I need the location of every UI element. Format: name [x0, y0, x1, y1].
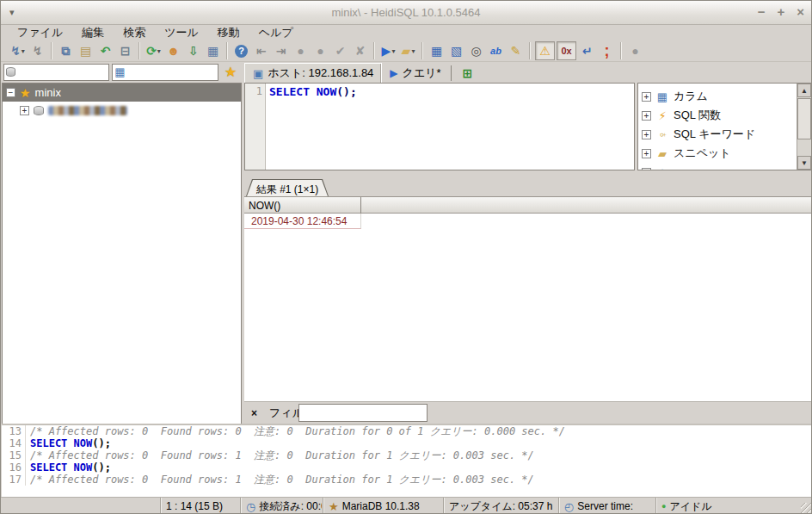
tree-item-session-minix[interactable]: − ★ minix: [3, 84, 241, 102]
word-wrap-icon[interactable]: ↵: [577, 41, 597, 60]
toolbar-separator: [529, 42, 531, 59]
session-manager-icon[interactable]: ↯▾: [8, 41, 28, 60]
jump-first-icon[interactable]: ⇤: [251, 41, 271, 60]
sql-code-line[interactable]: SELECT NOW();: [266, 84, 357, 170]
tree-item-database[interactable]: +: [3, 102, 241, 120]
reformat-sql-icon[interactable]: ✎: [506, 41, 526, 60]
helper-scrollbar[interactable]: ▲ ▼: [797, 84, 811, 170]
filter-close-icon[interactable]: ×: [251, 407, 257, 419]
query-helper-panel: + ▦ カラム + ⚡ SQL 関数 + ♀ SQL キーワード: [637, 83, 812, 170]
menu-help[interactable]: ヘルプ: [249, 24, 303, 41]
status-server-version: ★ MariaDB 10.1.38: [323, 498, 442, 514]
delimiter-icon[interactable]: ;: [597, 41, 617, 60]
maximize-button[interactable]: +: [777, 4, 784, 19]
table-filter-input[interactable]: [128, 65, 218, 79]
dropdown-arrow-icon[interactable]: ▾: [411, 47, 415, 55]
sql-log-panel[interactable]: 13 /* Affected rows: 0 Found rows: 0 注意:…: [2, 424, 812, 497]
clock-icon: ◷: [246, 500, 255, 513]
save-sql-icon[interactable]: ▦: [427, 41, 446, 60]
snippets-folder-icon: ▰: [655, 147, 669, 160]
status-connected-time: ◷ 接続済み: 00:0: [240, 498, 322, 514]
sql-editor[interactable]: 1 SELECT NOW();: [244, 83, 635, 170]
blob-warning-toggle-icon[interactable]: ⚠: [535, 41, 555, 60]
stop-record-icon[interactable]: ●: [291, 41, 311, 60]
window-title: minix\ - HeidiSQL 10.1.0.5464: [1, 6, 811, 19]
print-icon[interactable]: ⊟: [115, 41, 135, 60]
open-sql-file-icon[interactable]: ▰▾: [398, 41, 418, 60]
jump-last-icon[interactable]: ⇥: [271, 41, 291, 60]
copy-icon[interactable]: ⧉: [56, 41, 76, 60]
status-server-time: ◴ Server time:: [558, 498, 655, 514]
menu-file[interactable]: ファイル: [8, 24, 72, 41]
helper-item-sql-functions[interactable]: + ⚡ SQL 関数: [638, 106, 797, 125]
undo-icon[interactable]: ↶: [95, 41, 115, 60]
apply-icon[interactable]: ✔: [330, 41, 350, 60]
discard-icon[interactable]: ✘: [350, 41, 370, 60]
result-tab[interactable]: 結果 #1 (1×1): [246, 179, 329, 196]
columns-icon: ▦: [655, 90, 669, 103]
helper-item-snippets[interactable]: + ▰ スニペット: [638, 144, 797, 163]
scroll-down-icon[interactable]: ▼: [797, 156, 811, 170]
save-sql-as-icon[interactable]: ▧: [446, 41, 466, 60]
sql-functions-icon: ⚡: [655, 109, 669, 122]
favorites-star-icon[interactable]: ★: [221, 64, 240, 80]
result-cell-datetime[interactable]: 2019-04-30 12:46:54: [244, 214, 361, 229]
collapse-icon[interactable]: −: [6, 88, 15, 97]
toolbar-separator: [226, 42, 228, 59]
help-icon[interactable]: ?: [231, 41, 251, 60]
menu-search[interactable]: 検索: [114, 24, 155, 41]
result-grid-row[interactable]: 2019-04-30 12:46:54: [244, 214, 812, 229]
dropdown-arrow-icon[interactable]: ▾: [391, 47, 395, 55]
user-manager-icon[interactable]: ☻: [163, 41, 183, 60]
minimize-button[interactable]: −: [758, 4, 766, 19]
helper-item-query-history[interactable]: + ◷: [638, 163, 797, 170]
helper-item-columns[interactable]: + ▦ カラム: [638, 87, 797, 106]
expand-icon[interactable]: +: [642, 111, 651, 121]
tab-host[interactable]: ▣ ホスト: 192.168.1.84: [244, 63, 382, 83]
new-query-tab-button[interactable]: ⊞: [455, 63, 481, 83]
refresh-icon[interactable]: ⟳▾: [144, 41, 163, 60]
mariadb-seal-icon: ★: [329, 500, 339, 513]
helper-item-sql-keywords[interactable]: + ♀ SQL キーワード: [638, 125, 797, 144]
export-database-icon[interactable]: ⇩: [183, 41, 203, 60]
disconnect-icon[interactable]: ↯: [28, 41, 47, 60]
column-header-now[interactable]: NOW(): [244, 197, 361, 214]
dropdown-arrow-icon[interactable]: ▾: [157, 47, 161, 55]
run-sql-icon[interactable]: ▶▾: [378, 41, 398, 60]
main-panel: ▣ ホスト: 192.168.1.84 ▶ クエリ* ⊞ 1 SELECT NO…: [244, 62, 812, 424]
session-star-icon: ★: [20, 86, 31, 100]
expand-icon[interactable]: +: [642, 168, 651, 170]
toolbar-separator: [373, 42, 375, 59]
close-button[interactable]: ×: [797, 4, 804, 19]
stop-query-icon[interactable]: ●: [625, 41, 645, 60]
hex-view-toggle-icon[interactable]: 0x: [557, 41, 576, 60]
scrollbar-thumb[interactable]: [797, 98, 811, 139]
replace-text-icon[interactable]: ab: [486, 41, 506, 60]
status-uptime: アップタイム: 05:37 h: [443, 498, 557, 514]
editor-result-splitter[interactable]: [244, 170, 812, 179]
database-icon: [34, 106, 44, 115]
scroll-up-icon[interactable]: ▲: [797, 84, 811, 97]
toolbar-separator: [138, 42, 140, 59]
resize-grip[interactable]: [801, 503, 812, 514]
query-play-icon: ▶: [390, 67, 397, 79]
expand-icon[interactable]: +: [642, 149, 651, 158]
expand-icon[interactable]: +: [20, 106, 29, 115]
record-icon[interactable]: ●: [311, 41, 330, 60]
history-clock-icon: ◷: [655, 166, 669, 170]
save-blob-icon[interactable]: ▦: [203, 41, 223, 60]
menu-tools[interactable]: ツール: [155, 24, 208, 41]
tab-separator: [451, 65, 452, 81]
database-filter-input[interactable]: [18, 65, 108, 79]
log-line: 13 /* Affected rows: 0 Found rows: 0 注意:…: [2, 425, 812, 437]
result-filter-input[interactable]: [298, 404, 428, 422]
toolbar-separator: [51, 42, 52, 59]
menu-go[interactable]: 移動: [208, 24, 249, 41]
paste-icon[interactable]: ▤: [76, 41, 95, 60]
tab-query[interactable]: ▶ クエリ*: [382, 63, 448, 83]
menu-edit[interactable]: 編集: [72, 24, 114, 41]
expand-icon[interactable]: +: [642, 130, 651, 139]
expand-icon[interactable]: +: [642, 92, 651, 102]
find-text-icon[interactable]: ◎: [466, 41, 486, 60]
dropdown-arrow-icon[interactable]: ▾: [22, 47, 25, 55]
